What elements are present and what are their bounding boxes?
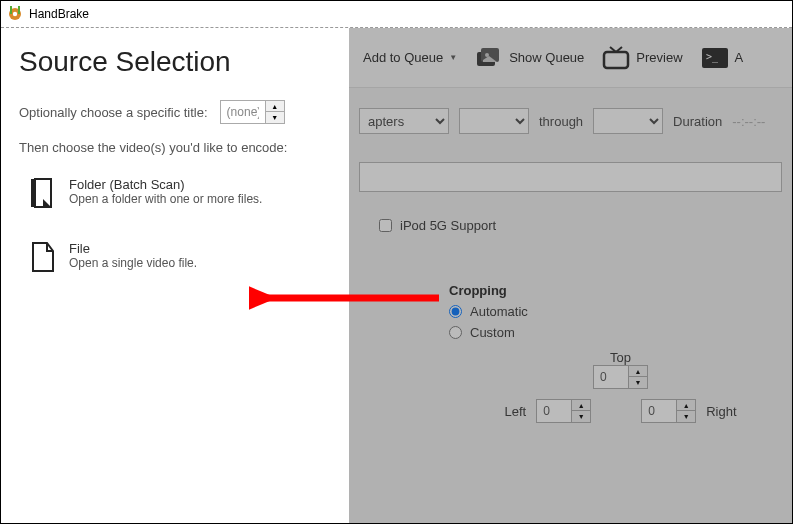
source-selection-panel: Source Selection Optionally choose a spe… [1,28,349,523]
modal-dim-overlay [349,28,792,523]
file-icon [29,241,57,273]
svg-rect-2 [18,6,20,14]
folder-icon [29,177,57,209]
svg-rect-1 [10,6,12,14]
main-area: Add to Queue ▼ Show Queue Preview [349,28,792,523]
open-folder-title: Folder (Batch Scan) [69,177,262,192]
then-choose-label: Then choose the video(s) you'd like to e… [19,140,331,155]
app-window: HandBrake Source Selection Optionally ch… [0,0,793,524]
window-title: HandBrake [29,7,89,21]
svg-point-3 [13,12,17,16]
title-number-input[interactable] [221,101,265,123]
handbrake-icon [7,6,23,22]
open-folder-option[interactable]: Folder (Batch Scan) Open a folder with o… [19,171,331,215]
optional-title-label: Optionally choose a specific title: [19,105,208,120]
source-selection-heading: Source Selection [19,46,331,78]
title-spin-up[interactable]: ▲ [266,101,284,112]
open-file-title: File [69,241,197,256]
title-spin-down[interactable]: ▼ [266,112,284,123]
open-file-desc: Open a single video file. [69,256,197,270]
open-file-option[interactable]: File Open a single video file. [19,235,331,279]
titlebar: HandBrake [1,1,792,27]
title-number-spinbox[interactable]: ▲ ▼ [220,100,285,124]
open-folder-desc: Open a folder with one or more files. [69,192,262,206]
